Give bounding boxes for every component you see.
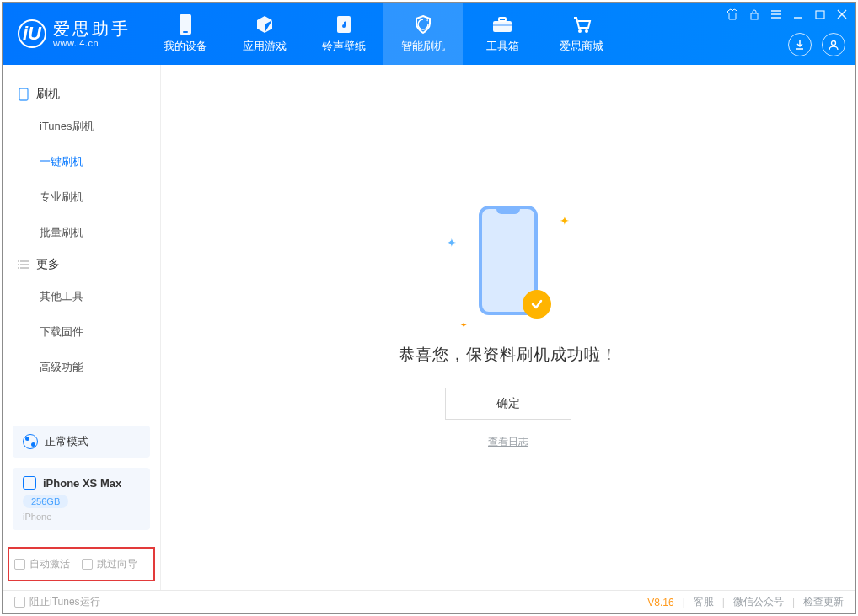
footer-link-wechat[interactable]: 微信公众号 xyxy=(733,595,784,609)
footer-link-update[interactable]: 检查更新 xyxy=(803,595,844,609)
main-content: ✦ ✦ ✦ 恭喜您，保资料刷机成功啦！ 确定 查看日志 xyxy=(161,65,855,590)
checkbox-icon xyxy=(14,597,25,608)
sidebar-item-itunes-flash[interactable]: iTunes刷机 xyxy=(40,109,160,144)
svg-point-7 xyxy=(585,29,588,33)
svg-rect-3 xyxy=(493,21,512,32)
svg-rect-1 xyxy=(183,31,188,33)
sidebar-item-oneclick-flash[interactable]: 一键刷机 xyxy=(40,144,160,179)
svg-point-6 xyxy=(578,29,582,33)
nav-apps-games[interactable]: 应用游戏 xyxy=(225,3,304,65)
device-card[interactable]: iPhone XS Max 256GB iPhone xyxy=(13,468,150,530)
sparkle-icon: ✦ xyxy=(560,214,568,222)
body: 刷机 iTunes刷机 一键刷机 专业刷机 批量刷机 更多 其他工具 下载固件 … xyxy=(3,65,855,590)
download-icon[interactable] xyxy=(788,33,812,56)
close-icon[interactable] xyxy=(835,8,849,21)
footer: 阻止iTunes运行 V8.16 | 客服 | 微信公众号 | 检查更新 xyxy=(3,590,855,613)
svg-rect-5 xyxy=(493,24,512,26)
toolbox-icon xyxy=(491,13,513,35)
lock-icon[interactable] xyxy=(748,8,761,21)
nav-toolbox[interactable]: 工具箱 xyxy=(463,3,542,65)
sidebar-group-more: 更多 xyxy=(3,250,160,279)
sidebar-item-other-tools[interactable]: 其他工具 xyxy=(40,279,160,314)
app-window: iU 爱思助手 www.i4.cn 我的设备 应用游戏 铃声壁纸 智能刷机 xyxy=(2,2,856,614)
app-url: www.i4.cn xyxy=(53,38,131,48)
cube-icon xyxy=(254,13,276,35)
sidebar-item-advanced[interactable]: 高级功能 xyxy=(40,350,160,385)
device-small-icon xyxy=(18,88,29,100)
maximize-icon[interactable] xyxy=(813,8,827,21)
mode-icon xyxy=(23,434,38,449)
sidebar: 刷机 iTunes刷机 一键刷机 专业刷机 批量刷机 更多 其他工具 下载固件 … xyxy=(3,65,161,590)
success-message: 恭喜您，保资料刷机成功啦！ xyxy=(399,344,618,366)
mode-card[interactable]: 正常模式 xyxy=(13,426,150,458)
shirt-icon[interactable] xyxy=(726,8,739,21)
logo[interactable]: iU 爱思助手 www.i4.cn xyxy=(3,19,146,48)
svg-rect-13 xyxy=(816,11,824,19)
cart-icon xyxy=(571,13,593,35)
nav-my-device[interactable]: 我的设备 xyxy=(146,3,225,65)
menu-icon[interactable] xyxy=(770,8,783,21)
svg-point-23 xyxy=(18,267,19,269)
top-nav: 我的设备 应用游戏 铃声壁纸 智能刷机 工具箱 爱思商城 xyxy=(146,3,621,65)
svg-point-22 xyxy=(18,264,19,265)
svg-rect-17 xyxy=(19,88,28,100)
device-name: iPhone XS Max xyxy=(43,477,121,490)
svg-rect-4 xyxy=(499,18,506,21)
footer-link-support[interactable]: 客服 xyxy=(694,595,714,609)
logo-icon: iU xyxy=(18,19,46,48)
sparkle-icon: ✦ xyxy=(447,236,455,244)
list-icon xyxy=(18,259,29,271)
app-name: 爱思助手 xyxy=(53,19,131,38)
shield-icon xyxy=(412,13,434,35)
ok-button[interactable]: 确定 xyxy=(445,388,571,420)
device-icon xyxy=(23,476,36,490)
user-icon[interactable] xyxy=(822,33,845,56)
sidebar-item-batch-flash[interactable]: 批量刷机 xyxy=(40,215,160,250)
header: iU 爱思助手 www.i4.cn 我的设备 应用游戏 铃声壁纸 智能刷机 xyxy=(3,3,855,65)
checkbox-block-itunes[interactable]: 阻止iTunes运行 xyxy=(14,595,100,609)
music-icon xyxy=(333,13,355,35)
window-controls xyxy=(726,8,849,21)
nav-store[interactable]: 爱思商城 xyxy=(542,3,621,65)
minimize-icon[interactable] xyxy=(791,8,805,21)
nav-ringtone-wallpaper[interactable]: 铃声壁纸 xyxy=(304,3,383,65)
storage-badge: 256GB xyxy=(23,495,68,508)
svg-point-16 xyxy=(832,41,836,46)
sidebar-item-pro-flash[interactable]: 专业刷机 xyxy=(40,179,160,215)
checkbox-auto-activate[interactable]: 自动激活 xyxy=(14,557,70,571)
svg-rect-8 xyxy=(751,13,758,19)
checkbox-icon xyxy=(82,559,93,570)
checkbox-skip-guide[interactable]: 跳过向导 xyxy=(82,557,137,571)
mode-label: 正常模式 xyxy=(45,434,88,449)
sparkle-icon: ✦ xyxy=(460,320,469,329)
checkmark-badge-icon xyxy=(523,290,551,319)
header-actions xyxy=(788,33,845,56)
success-illustration: ✦ ✦ ✦ xyxy=(470,206,546,324)
nav-smart-flash[interactable]: 智能刷机 xyxy=(383,3,463,65)
svg-point-21 xyxy=(18,260,19,262)
checkbox-icon xyxy=(14,559,25,570)
version-label: V8.16 xyxy=(647,597,673,608)
view-log-link[interactable]: 查看日志 xyxy=(488,435,528,449)
device-type: iPhone xyxy=(23,512,140,522)
options-box: 自动激活 跳过向导 xyxy=(8,547,155,581)
sidebar-item-download-firmware[interactable]: 下载固件 xyxy=(40,314,160,350)
sidebar-group-flash: 刷机 xyxy=(3,80,160,109)
phone-icon xyxy=(174,13,196,35)
